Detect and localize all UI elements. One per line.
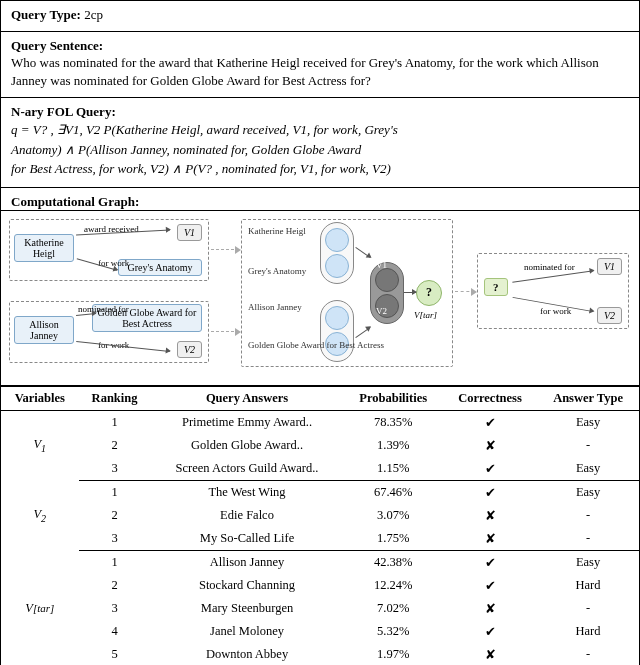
emb-label-v1: V1 <box>376 260 387 270</box>
fol-line2: Anatomy) ∧ P(Allison Janney, nominated f… <box>11 140 629 160</box>
subgraph-top-left: Katherine Heigl V1 Grey's Anatomy award … <box>9 219 209 281</box>
table-row: 3 Screen Actors Guild Award.. 1.15% ✔ Ea… <box>1 457 639 481</box>
section-query-sentence: Query Sentence: Who was nominated for th… <box>1 32 639 98</box>
cell-rank: 2 <box>79 434 151 457</box>
cell-answer: Stockard Channing <box>151 574 344 597</box>
arrow-icon <box>355 247 370 258</box>
label-graph: Computational Graph: <box>11 194 139 209</box>
th-correct: Correctness <box>443 386 537 410</box>
cell-atype: Hard <box>537 620 639 643</box>
cell-answer: Edie Falco <box>151 504 344 527</box>
cell-prob: 1.75% <box>343 527 442 551</box>
cell-correct: ✔ <box>443 550 537 574</box>
arrow-icon <box>512 270 593 282</box>
cell-correct: ✘ <box>443 597 537 620</box>
cell-rank: 1 <box>79 550 151 574</box>
table-header-row: Variables Ranking Query Answers Probabil… <box>1 386 639 410</box>
cell-atype: - <box>537 434 639 457</box>
cell-rank: 2 <box>79 504 151 527</box>
cell-rank: 1 <box>79 410 151 434</box>
dashed-arrow-icon <box>455 291 475 292</box>
dashed-arrow-icon <box>211 249 239 250</box>
table-row: 3 Mary Steenburgen 7.02% ✘ - <box>1 597 639 620</box>
table-row: 4 Janel Moloney 5.32% ✔ Hard <box>1 620 639 643</box>
table-row: V1 1 Primetime Emmy Award.. 78.35% ✔ Eas… <box>1 410 639 434</box>
subgraph-embeddings: Katherine Heigl Grey's Anatomy Allison J… <box>241 219 453 367</box>
rel-nominated-for: nominated for <box>78 304 129 314</box>
entity-katherine-heigl: Katherine Heigl <box>14 234 74 262</box>
label-vtar: V[tar] <box>414 310 437 320</box>
th-atype: Answer Type <box>537 386 639 410</box>
cell-prob: 3.07% <box>343 504 442 527</box>
th-answers: Query Answers <box>151 386 344 410</box>
section-query-type: Query Type: 2cp <box>1 1 639 32</box>
label-fol: N-ary FOL Query: <box>11 104 116 119</box>
entity-allison-janney: Allison Janney <box>14 316 74 344</box>
cell-answer: The West Wing <box>151 480 344 504</box>
embedding-pair-bottom <box>320 300 354 362</box>
table-row: 2 Golden Globe Award.. 1.39% ✘ - <box>1 434 639 457</box>
arrow-icon <box>404 292 416 293</box>
fol-line3: for Best Actress, for work, V2) ∧ P(V? ,… <box>11 159 629 179</box>
embedding-circle-icon <box>325 254 349 278</box>
cell-rank: 4 <box>79 620 151 643</box>
arrow-icon <box>355 327 370 338</box>
cell-atype: - <box>537 597 639 620</box>
cell-prob: 12.24% <box>343 574 442 597</box>
emb-label-aj: Allison Janney <box>248 302 302 312</box>
cell-prob: 1.15% <box>343 457 442 481</box>
cell-correct: ✔ <box>443 620 537 643</box>
emb-label-gg: Golden Globe Award for Best Actress <box>248 340 320 350</box>
computational-graph: Katherine Heigl V1 Grey's Anatomy award … <box>1 211 639 386</box>
cell-correct: ✔ <box>443 410 537 434</box>
embedding-circle-icon <box>325 228 349 252</box>
cell-correct: ✔ <box>443 574 537 597</box>
var-v2-right: V2 <box>597 307 622 324</box>
cell-correct: ✔ <box>443 457 537 481</box>
var-v1-left: V1 <box>177 224 202 241</box>
cell-correct: ✘ <box>443 527 537 551</box>
table-row: V2 1 The West Wing 67.46% ✔ Easy <box>1 480 639 504</box>
cell-correct: ✘ <box>443 504 537 527</box>
emb-label-v2: V2 <box>376 306 387 316</box>
cell-answer: Mary Steenburgen <box>151 597 344 620</box>
entity-greys-anatomy: Grey's Anatomy <box>118 259 202 276</box>
cell-rank: 3 <box>79 457 151 481</box>
var-v2-left: V2 <box>177 341 202 358</box>
query-box: ? <box>484 278 508 296</box>
results-table: Variables Ranking Query Answers Probabil… <box>1 386 639 665</box>
cell-atype: Easy <box>537 410 639 434</box>
cell-atype: Easy <box>537 457 639 481</box>
cell-atype: - <box>537 504 639 527</box>
subgraph-bottom-left: Allison Janney Golden Globe Award for Be… <box>9 301 209 363</box>
cell-answer: My So-Called Life <box>151 527 344 551</box>
cell-atype: Easy <box>537 480 639 504</box>
subgraph-right: ? nominated for for work V1 V2 <box>477 253 629 329</box>
cell-answer: Downton Abbey <box>151 643 344 665</box>
rel-nominated-for-2: nominated for <box>524 262 575 272</box>
cell-answer: Allison Janney <box>151 550 344 574</box>
cell-prob: 7.02% <box>343 597 442 620</box>
cell-atype: - <box>537 643 639 665</box>
embedding-circle-icon <box>375 268 399 292</box>
dashed-arrow-icon <box>211 331 239 332</box>
cell-atype: Easy <box>537 550 639 574</box>
table-row: 3 My So-Called Life 1.75% ✘ - <box>1 527 639 551</box>
table-row: 2 Edie Falco 3.07% ✘ - <box>1 504 639 527</box>
table-row: 5 Downton Abbey 1.97% ✘ - <box>1 643 639 665</box>
cell-atype: - <box>537 527 639 551</box>
emb-label-kh: Katherine Heigl <box>248 226 306 236</box>
cell-rank: 2 <box>79 574 151 597</box>
table-row: V[tar] 1 Allison Janney 42.38% ✔ Easy <box>1 550 639 574</box>
cell-rank: 1 <box>79 480 151 504</box>
cell-answer: Primetime Emmy Award.. <box>151 410 344 434</box>
cell-var-v2: V2 <box>1 480 79 550</box>
value-query-type: 2cp <box>84 7 103 22</box>
cell-answer: Janel Moloney <box>151 620 344 643</box>
cell-atype: Hard <box>537 574 639 597</box>
cell-prob: 1.39% <box>343 434 442 457</box>
cell-rank: 5 <box>79 643 151 665</box>
cell-prob: 1.97% <box>343 643 442 665</box>
query-target-circle: ? <box>416 280 442 306</box>
var-v1-right: V1 <box>597 258 622 275</box>
